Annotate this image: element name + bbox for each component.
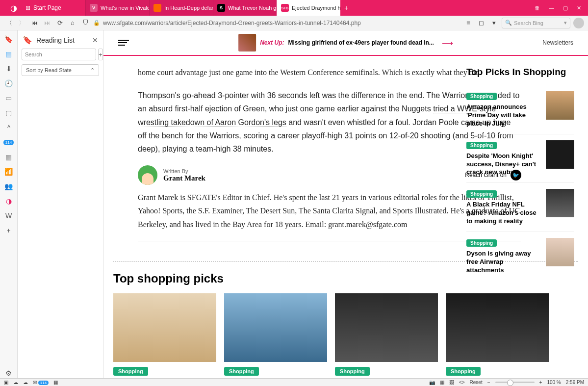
pick-thumb	[546, 189, 574, 217]
panel-toggle-icon[interactable]: ▣	[4, 380, 8, 385]
translate-icon[interactable]: ᴬ	[3, 123, 15, 132]
maximize-button[interactable]: ▢	[563, 5, 568, 11]
tab-trevor-noah[interactable]: S What Trevor Noah got wro	[213, 0, 277, 16]
card-image	[446, 293, 549, 362]
nextup-headline: Missing girlfriend of ex-49ers player fo…	[288, 39, 434, 46]
contacts-icon[interactable]: 👥	[3, 181, 15, 191]
fastforward-button[interactable]: ⏭	[42, 18, 52, 28]
top-picks-sidebar: Top Picks In Shopping ShoppingAmazon ann…	[466, 67, 574, 281]
zoom-slider[interactable]	[495, 382, 535, 383]
search-field[interactable]: 🔍 Search Bing ▾	[502, 18, 570, 28]
panel-close-button[interactable]: ✕	[92, 36, 98, 44]
pick-item[interactable]: ShoppingDyson is giving away free Airwra…	[466, 232, 574, 281]
mail-icon[interactable]: ✉ 114	[33, 380, 49, 385]
add-panel-icon[interactable]: +	[3, 226, 15, 235]
top-picks-heading: Top Picks In Shopping	[466, 67, 574, 77]
profile-avatar[interactable]	[573, 18, 584, 28]
panel-sort-select[interactable]: Sort by Read State ⌃	[22, 64, 99, 76]
chat-icon[interactable]: 114	[3, 137, 15, 147]
favicon-icon	[153, 4, 161, 12]
window-icon[interactable]: ▢	[3, 108, 15, 118]
code-icon[interactable]: <>	[459, 380, 465, 385]
trash-icon[interactable]: 🗑	[535, 5, 540, 11]
reading-list-icon[interactable]: ▤	[3, 49, 15, 59]
downloads-icon[interactable]: ⬇	[3, 64, 15, 74]
author-byline: Written By Grant Marek Reach Grant on 🐦	[138, 165, 521, 185]
settings-icon[interactable]: ⚙	[3, 368, 15, 378]
wiki-icon[interactable]: W	[3, 211, 15, 221]
bookmarks-icon[interactable]: 🔖	[3, 34, 15, 44]
favicon-vivaldi-icon: V	[90, 4, 98, 12]
shopping-card[interactable]: Shopping	[113, 293, 216, 376]
tab-heard-depp[interactable]: In Heard-Depp defamation	[149, 0, 213, 16]
shield-icon[interactable]: ⛉	[80, 18, 90, 28]
rewind-button[interactable]: ⏮	[29, 18, 39, 28]
dropdown-icon[interactable]: ▾	[489, 18, 499, 28]
close-button[interactable]: ✕	[577, 5, 581, 11]
shopping-tag: Shopping	[113, 367, 148, 376]
nextup-thumb	[238, 34, 256, 51]
status-right: 📷 ▦ 🖼 <> Reset − + 100 % 2:59 PM	[429, 380, 584, 385]
pick-item[interactable]: ShoppingDespite 'Moon Knight' success, D…	[466, 134, 574, 183]
tiling-icon[interactable]: ▦	[440, 380, 444, 385]
sync-icon[interactable]: ☁	[13, 380, 18, 385]
shopping-card[interactable]: Shopping	[446, 293, 549, 376]
favicon-icon: S	[217, 4, 225, 12]
status-bar: ▣ ☁ ☁ ✉ 114 ▦ 📷 ▦ 🖼 <> Reset − + 100 % 2…	[0, 378, 588, 386]
tab-start-page[interactable]: ⊞ Start Page	[22, 0, 85, 16]
reader-icon[interactable]: ≡	[463, 18, 473, 28]
new-tab-button[interactable]: +	[340, 0, 352, 16]
pick-title: Despite 'Moon Knight' success, Disney+ c…	[466, 152, 541, 177]
pick-title: A Black Friday NFL game? Amazon's close …	[466, 201, 541, 226]
zoom-level: 100 %	[547, 380, 561, 385]
history-icon[interactable]: 🕘	[3, 78, 15, 88]
shopping-tag: Shopping	[466, 239, 497, 247]
shopping-tag: Shopping	[466, 93, 497, 100]
image-icon[interactable]: 🖼	[449, 380, 454, 385]
tab-label: Ejected Draymond has NS	[292, 5, 340, 11]
tab-label: What Trevor Noah got wro	[228, 5, 277, 11]
vivaldi-icon[interactable]: ◑	[3, 196, 15, 206]
capture-icon[interactable]: 📷	[429, 380, 435, 385]
tab-vivaldi-news[interactable]: V What's new in Vivaldi | Viv	[85, 0, 149, 16]
minimize-button[interactable]: —	[549, 5, 554, 11]
page-content[interactable]: Next Up: Missing girlfriend of ex-49ers …	[103, 30, 588, 378]
newsletters-link[interactable]: Newsletters	[542, 39, 573, 46]
calendar-status-icon[interactable]: ▦	[53, 380, 58, 385]
panel-search-input[interactable]	[22, 49, 96, 60]
window-controls: 🗑 — ▢ ✕	[528, 0, 588, 16]
pick-item[interactable]: ShoppingAmazon announces 'Prime Day will…	[466, 85, 574, 134]
shopping-card[interactable]: Shopping	[224, 293, 327, 376]
arrow-right-icon: ⟶	[442, 38, 453, 48]
card-image	[113, 293, 216, 362]
feeds-icon[interactable]: 📶	[3, 167, 15, 177]
menu-icon[interactable]	[118, 40, 129, 46]
lock-icon: 🔒	[93, 20, 100, 26]
calendar-icon[interactable]: ▦	[3, 152, 15, 162]
reload-button[interactable]: ⟳	[55, 18, 65, 28]
zoom-in-icon[interactable]: +	[539, 380, 542, 385]
tab-bar: ◑ ⊞ Start Page V What's new in Vivaldi |…	[0, 0, 588, 16]
shopping-card[interactable]: Shopping	[335, 293, 438, 376]
zoom-reset[interactable]: Reset	[470, 380, 483, 385]
next-up-widget[interactable]: Next Up: Missing girlfriend of ex-49ers …	[238, 34, 453, 51]
vivaldi-logo-icon[interactable]: ◑	[6, 0, 22, 16]
chevron-down-icon: ▾	[564, 20, 567, 26]
side-rail: 🔖 ▤ ⬇ 🕘 ▭ ▢ ᴬ 114 ▦ 📶 👥 ◑ W + ⚙	[0, 30, 18, 378]
pick-thumb	[546, 140, 574, 169]
bookmark-icon[interactable]: ◻	[476, 18, 486, 28]
main-area: 🔖 ▤ ⬇ 🕘 ▭ ▢ ᴬ 114 ▦ 📶 👥 ◑ W + ⚙ 🔖 Readin…	[0, 30, 588, 378]
notes-icon[interactable]: ▭	[3, 93, 15, 103]
chevron-up-icon: ⌃	[90, 67, 95, 74]
sync2-icon[interactable]: ☁	[23, 380, 28, 385]
panel-add-button[interactable]: +	[98, 49, 103, 60]
panel-tools: + ✓	[18, 49, 103, 64]
pick-item[interactable]: ShoppingA Black Friday NFL game? Amazon'…	[466, 182, 574, 232]
author-meta: Written By Grant Marek	[163, 168, 205, 182]
url-field[interactable]: 🔒 www.sfgate.com/warriors/article/Ejecte…	[93, 20, 460, 26]
tab-draymond-active[interactable]: SFG Ejected Draymond has NS	[277, 0, 340, 16]
home-button[interactable]: ⌂	[68, 18, 77, 28]
forward-button[interactable]: 〉	[17, 18, 26, 28]
zoom-out-icon[interactable]: −	[487, 380, 490, 385]
back-button[interactable]: 〈	[4, 18, 14, 28]
